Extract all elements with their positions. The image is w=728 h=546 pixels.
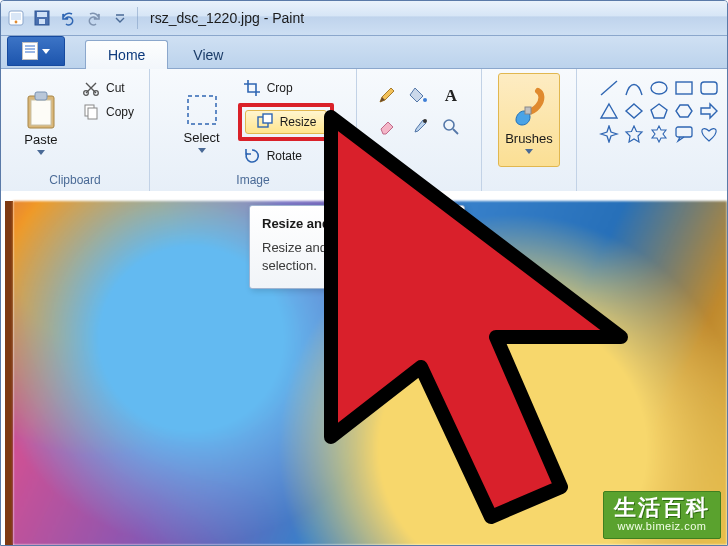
group-shapes	[577, 69, 728, 191]
resize-tooltip: Resize and skew Resize and skew the pict…	[249, 205, 465, 289]
watermark-url: www.bimeiz.com	[614, 520, 710, 532]
canvas-left-frame	[5, 201, 13, 545]
group-image: Select Crop Resize	[150, 69, 357, 191]
resize-button[interactable]: Resize	[245, 110, 328, 134]
select-button[interactable]: Select	[172, 73, 232, 171]
chevron-down-icon	[198, 148, 206, 153]
pencil-icon	[377, 85, 397, 105]
group-image-label: Image	[236, 173, 269, 189]
undo-icon	[60, 10, 76, 26]
tab-home-label: Home	[108, 47, 145, 63]
qat-redo[interactable]	[83, 7, 105, 29]
magnifier-tool[interactable]	[437, 113, 465, 141]
paint-app-icon	[8, 10, 24, 26]
svg-rect-7	[31, 100, 51, 125]
tab-home[interactable]: Home	[85, 40, 168, 69]
scissors-icon	[82, 79, 100, 97]
eraser-tool[interactable]	[373, 113, 401, 141]
crop-icon	[243, 79, 261, 97]
shape-diamond-icon	[624, 102, 644, 120]
text-icon: A	[441, 85, 461, 105]
tooltip-title: Resize and skew	[262, 216, 452, 231]
svg-rect-20	[525, 107, 531, 114]
svg-rect-12	[88, 108, 97, 119]
shape-callout-icon	[674, 125, 694, 143]
chevron-down-icon	[37, 150, 45, 155]
svg-rect-5	[39, 19, 45, 24]
window-title: rsz_dsc_1220.jpg - Paint	[150, 10, 304, 26]
chevron-down-icon	[42, 49, 50, 54]
text-tool[interactable]: A	[437, 81, 465, 109]
shape-arrow-right-icon	[699, 102, 719, 120]
redo-icon	[86, 10, 102, 26]
clipboard-icon	[24, 90, 58, 130]
eraser-icon	[377, 117, 397, 137]
resize-label: Resize	[280, 115, 317, 129]
qat-customize[interactable]	[109, 7, 131, 29]
select-label: Select	[184, 130, 220, 145]
select-icon	[184, 92, 220, 128]
shape-hexagon-icon	[674, 102, 694, 120]
svg-rect-4	[37, 12, 47, 17]
svg-rect-8	[35, 92, 47, 100]
svg-rect-22	[676, 82, 692, 94]
shape-triangle-icon	[599, 102, 619, 120]
shape-roundrect-icon	[699, 79, 719, 97]
cut-label: Cut	[106, 81, 125, 95]
ribbon: Paste Cut Copy Clipboard	[1, 69, 727, 192]
tab-view-label: View	[193, 47, 223, 63]
shape-star5-icon	[624, 125, 644, 143]
color-picker-tool[interactable]	[405, 113, 433, 141]
shape-heart-icon	[699, 125, 719, 143]
svg-text:A: A	[445, 86, 458, 105]
cut-button[interactable]: Cut	[77, 77, 139, 99]
fill-bucket-icon	[409, 85, 429, 105]
svg-point-21	[651, 82, 667, 94]
group-tools: A	[357, 69, 482, 191]
group-clipboard: Paste Cut Copy Clipboard	[1, 69, 150, 191]
title-filename: rsz_dsc_1220.jpg	[150, 10, 260, 26]
crop-label: Crop	[267, 81, 293, 95]
watermark-text: 生活百科	[614, 496, 710, 520]
paint-window: rsz_dsc_1220.jpg - Paint Home View	[0, 0, 728, 546]
shape-star4-icon	[599, 125, 619, 143]
svg-rect-1	[11, 13, 21, 20]
paste-button[interactable]: Paste	[11, 73, 71, 171]
magnifier-icon	[441, 117, 461, 137]
shape-star6-icon	[649, 125, 669, 143]
fill-tool[interactable]	[405, 81, 433, 109]
qat-app-menu[interactable]	[5, 7, 27, 29]
qat-save[interactable]	[31, 7, 53, 29]
qat-undo[interactable]	[57, 7, 79, 29]
brush-icon	[510, 87, 548, 129]
shape-rect-icon	[674, 79, 694, 97]
svg-point-19	[444, 120, 454, 130]
svg-rect-15	[263, 114, 272, 123]
pencil-tool[interactable]	[373, 81, 401, 109]
color-picker-icon	[409, 117, 429, 137]
rotate-button[interactable]: Rotate	[238, 145, 335, 167]
file-menu-button[interactable]	[7, 36, 65, 66]
svg-point-16	[423, 98, 427, 102]
copy-button[interactable]: Copy	[77, 101, 139, 123]
tab-strip: Home View	[1, 36, 727, 69]
group-clipboard-label: Clipboard	[49, 173, 100, 189]
svg-rect-23	[701, 82, 717, 94]
brushes-button[interactable]: Brushes	[498, 73, 560, 167]
shape-oval-icon	[649, 79, 669, 97]
resize-highlight-box: Resize	[238, 103, 335, 141]
file-doc-icon	[22, 42, 38, 60]
tab-view[interactable]: View	[170, 40, 246, 69]
chevron-down-icon	[115, 13, 125, 23]
shape-pentagon-icon	[649, 102, 669, 120]
title-bar: rsz_dsc_1220.jpg - Paint	[1, 1, 727, 36]
shapes-gallery[interactable]	[599, 73, 721, 145]
rotate-label: Rotate	[267, 149, 302, 163]
title-appname: Paint	[272, 10, 304, 26]
brushes-label: Brushes	[505, 131, 553, 146]
watermark: 生活百科 www.bimeiz.com	[603, 491, 721, 539]
group-brushes: Brushes	[482, 69, 577, 191]
paste-label: Paste	[24, 132, 57, 147]
rotate-icon	[243, 147, 261, 165]
crop-button[interactable]: Crop	[238, 77, 335, 99]
